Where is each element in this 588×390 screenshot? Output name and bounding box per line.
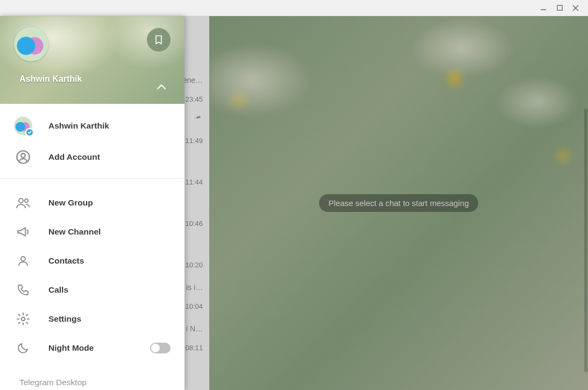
chevron-up-icon <box>155 81 168 94</box>
add-account-label: Add Account <box>48 152 100 162</box>
bookmark-icon <box>153 34 164 45</box>
menu-label: New Channel <box>48 227 171 237</box>
account-current[interactable]: Ashwin Karthik <box>0 110 185 141</box>
svg-point-5 <box>21 153 25 158</box>
menu-label: Calls <box>48 285 171 295</box>
menu-section: New Group New Channel Contacts Calls <box>0 179 185 390</box>
account-name: Ashwin Karthik <box>48 121 109 131</box>
main-menu-drawer: Ashwin Karthik Ashwin Karthik Add Accoun… <box>0 16 185 390</box>
menu-contacts[interactable]: Contacts <box>0 246 185 275</box>
phone-icon <box>14 283 32 297</box>
menu-settings[interactable]: Settings <box>0 304 185 334</box>
drawer-footer: Telegram Desktop Version 2.2 – About <box>0 373 185 390</box>
accounts-toggle[interactable] <box>153 79 169 95</box>
menu-night-mode[interactable]: Night Mode <box>0 334 185 363</box>
add-account-icon <box>14 148 32 166</box>
night-mode-toggle[interactable] <box>150 343 171 353</box>
menu-label: Settings <box>48 314 171 324</box>
svg-point-8 <box>21 257 25 261</box>
profile-name: Ashwin Karthik <box>19 74 82 84</box>
avatar[interactable] <box>14 27 48 61</box>
svg-point-9 <box>22 317 25 321</box>
group-icon <box>14 196 32 210</box>
svg-point-6 <box>19 198 23 203</box>
menu-new-group[interactable]: New Group <box>0 188 185 217</box>
gear-icon <box>14 312 32 326</box>
accounts-section: Ashwin Karthik Add Account <box>0 104 185 179</box>
window-titlebar <box>0 0 588 16</box>
close-button[interactable] <box>568 2 584 15</box>
menu-label: New Group <box>48 198 171 208</box>
minimize-button[interactable] <box>535 2 551 15</box>
svg-rect-1 <box>557 5 562 10</box>
avatar <box>14 117 32 135</box>
add-account-button[interactable]: Add Account <box>0 141 185 173</box>
menu-label: Night Mode <box>48 343 134 353</box>
menu-calls[interactable]: Calls <box>0 275 185 304</box>
menu-label: Contacts <box>48 256 171 266</box>
maximize-button[interactable] <box>551 2 568 15</box>
moon-icon <box>14 341 32 355</box>
person-icon <box>14 254 32 268</box>
app-name-label: Telegram Desktop <box>19 378 165 387</box>
menu-new-channel[interactable]: New Channel <box>0 217 185 246</box>
megaphone-icon <box>14 225 32 239</box>
svg-point-7 <box>25 199 28 202</box>
drawer-scrollbar[interactable] <box>584 109 587 372</box>
check-icon <box>25 128 34 137</box>
saved-messages-button[interactable] <box>147 28 171 52</box>
drawer-header: Ashwin Karthik <box>0 16 185 104</box>
